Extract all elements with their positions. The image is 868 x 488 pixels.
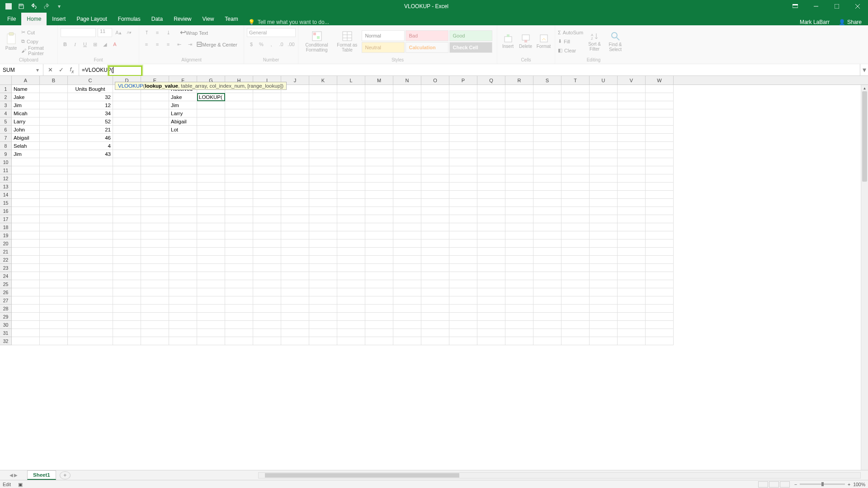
cell-J8[interactable] xyxy=(281,142,309,150)
cell-R12[interactable] xyxy=(505,174,533,183)
cell-O13[interactable] xyxy=(421,183,449,191)
number-format-selector[interactable]: General xyxy=(247,28,296,37)
cell-A2[interactable]: Jake xyxy=(12,93,40,101)
tooltip-arg1[interactable]: lookup_value xyxy=(145,83,178,89)
row-header-13[interactable]: 13 xyxy=(0,183,12,191)
cell-U19[interactable] xyxy=(590,231,618,239)
cell-O20[interactable] xyxy=(421,239,449,248)
cell-T17[interactable] xyxy=(561,215,590,223)
cell-I6[interactable] xyxy=(253,126,281,134)
cell-Q3[interactable] xyxy=(477,101,505,109)
cell-Q21[interactable] xyxy=(477,248,505,256)
cell-J9[interactable] xyxy=(281,150,309,158)
cell-R28[interactable] xyxy=(505,305,533,313)
cell-V3[interactable] xyxy=(618,101,646,109)
cell-C16[interactable] xyxy=(68,207,113,215)
cell-L18[interactable] xyxy=(337,223,365,231)
cell-Q9[interactable] xyxy=(477,150,505,158)
cell-H26[interactable] xyxy=(225,288,253,296)
cell-J7[interactable] xyxy=(281,134,309,142)
cell-F4[interactable]: Larry xyxy=(169,109,197,117)
cell-H7[interactable] xyxy=(225,134,253,142)
cell-B21[interactable] xyxy=(40,248,68,256)
cell-A16[interactable] xyxy=(12,207,40,215)
cell-L16[interactable] xyxy=(337,207,365,215)
cell-W21[interactable] xyxy=(646,248,674,256)
cell-E15[interactable] xyxy=(141,199,169,207)
cell-J12[interactable] xyxy=(281,174,309,183)
cell-R15[interactable] xyxy=(505,199,533,207)
cell-D21[interactable] xyxy=(113,248,141,256)
cell-R4[interactable] xyxy=(505,109,533,117)
cell-D20[interactable] xyxy=(113,239,141,248)
cell-I32[interactable] xyxy=(253,337,281,345)
cell-Q23[interactable] xyxy=(477,264,505,272)
cell-T11[interactable] xyxy=(561,166,590,174)
cell-F26[interactable] xyxy=(169,288,197,296)
cell-E13[interactable] xyxy=(141,183,169,191)
cell-Q17[interactable] xyxy=(477,215,505,223)
row-header-27[interactable]: 27 xyxy=(0,296,12,305)
cell-M19[interactable] xyxy=(365,231,393,239)
cell-A28[interactable] xyxy=(12,305,40,313)
cut-button[interactable]: ✂Cut xyxy=(21,28,55,37)
normal-view-icon[interactable] xyxy=(758,481,768,488)
cell-E24[interactable] xyxy=(141,272,169,280)
cell-S12[interactable] xyxy=(533,174,561,183)
cell-N18[interactable] xyxy=(393,223,421,231)
cell-G3[interactable] xyxy=(197,101,225,109)
align-middle-icon[interactable]: ≡ xyxy=(153,28,162,37)
cell-J25[interactable] xyxy=(281,280,309,288)
font-name-selector[interactable] xyxy=(61,28,96,37)
row-header-22[interactable]: 22 xyxy=(0,256,12,264)
cell-N11[interactable] xyxy=(393,166,421,174)
row-header-24[interactable]: 24 xyxy=(0,272,12,280)
cell-M24[interactable] xyxy=(365,272,393,280)
expand-formula-bar-icon[interactable]: ▾ xyxy=(860,64,868,75)
cell-K30[interactable] xyxy=(309,321,337,329)
row-header-10[interactable]: 10 xyxy=(0,158,12,166)
cell-V29[interactable] xyxy=(618,313,646,321)
cell-S1[interactable] xyxy=(533,85,561,93)
cell-H9[interactable] xyxy=(225,150,253,158)
cell-M7[interactable] xyxy=(365,134,393,142)
cell-O25[interactable] xyxy=(421,280,449,288)
cell-C14[interactable] xyxy=(68,191,113,199)
cell-I22[interactable] xyxy=(253,256,281,264)
cell-N6[interactable] xyxy=(393,126,421,134)
merge-center-button[interactable]: ⊟Merge & Center xyxy=(196,40,237,49)
cell-B19[interactable] xyxy=(40,231,68,239)
cell-G21[interactable] xyxy=(197,248,225,256)
cell-S18[interactable] xyxy=(533,223,561,231)
cell-D9[interactable] xyxy=(113,150,141,158)
cell-O10[interactable] xyxy=(421,158,449,166)
row-header-16[interactable]: 16 xyxy=(0,207,12,215)
cell-U24[interactable] xyxy=(590,272,618,280)
cell-U14[interactable] xyxy=(590,191,618,199)
cell-L8[interactable] xyxy=(337,142,365,150)
cell-U10[interactable] xyxy=(590,158,618,166)
cell-J10[interactable] xyxy=(281,158,309,166)
tooltip-fn[interactable]: VLOOKUP xyxy=(118,83,143,89)
cell-M11[interactable] xyxy=(365,166,393,174)
cell-K21[interactable] xyxy=(309,248,337,256)
cell-W17[interactable] xyxy=(646,215,674,223)
cell-L21[interactable] xyxy=(337,248,365,256)
cell-U15[interactable] xyxy=(590,199,618,207)
cell-U26[interactable] xyxy=(590,288,618,296)
cell-I17[interactable] xyxy=(253,215,281,223)
font-size-selector[interactable]: 11 xyxy=(98,28,112,37)
cell-W22[interactable] xyxy=(646,256,674,264)
cell-K22[interactable] xyxy=(309,256,337,264)
zoom-out-icon[interactable]: − xyxy=(794,482,797,487)
cell-P10[interactable] xyxy=(449,158,477,166)
cell-V25[interactable] xyxy=(618,280,646,288)
cell-U25[interactable] xyxy=(590,280,618,288)
tab-page-layout[interactable]: Page Layout xyxy=(71,13,112,25)
cell-G18[interactable] xyxy=(197,223,225,231)
cell-W13[interactable] xyxy=(646,183,674,191)
cell-E26[interactable] xyxy=(141,288,169,296)
cell-P21[interactable] xyxy=(449,248,477,256)
cell-S6[interactable] xyxy=(533,126,561,134)
cell-J24[interactable] xyxy=(281,272,309,280)
